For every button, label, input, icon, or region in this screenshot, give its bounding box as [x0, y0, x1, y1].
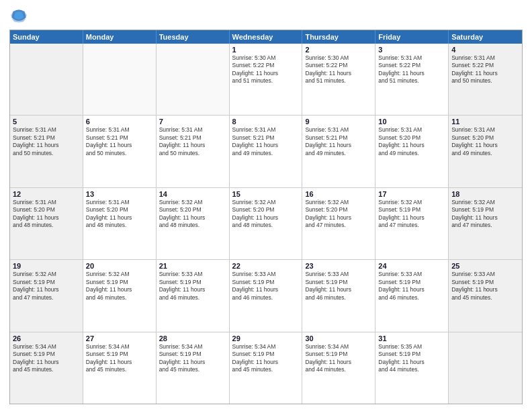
cal-cell: 28Sunrise: 5:34 AM Sunset: 5:19 PM Dayli…	[157, 332, 230, 404]
day-number: 4	[451, 46, 519, 54]
cell-info: Sunrise: 5:33 AM Sunset: 5:19 PM Dayligh…	[305, 271, 372, 302]
header-day-friday: Friday	[375, 30, 449, 44]
day-number: 7	[159, 118, 226, 126]
logo	[9, 7, 31, 26]
cal-cell: 2Sunrise: 5:30 AM Sunset: 5:22 PM Daylig…	[302, 44, 375, 115]
day-number: 21	[159, 262, 226, 270]
header	[9, 7, 523, 26]
cell-info: Sunrise: 5:32 AM Sunset: 5:19 PM Dayligh…	[86, 271, 153, 302]
cal-cell: 23Sunrise: 5:33 AM Sunset: 5:19 PM Dayli…	[302, 260, 375, 331]
day-number: 28	[159, 334, 226, 342]
day-number: 25	[451, 262, 519, 270]
day-number: 12	[13, 190, 80, 198]
cell-info: Sunrise: 5:34 AM Sunset: 5:19 PM Dayligh…	[86, 343, 153, 374]
day-number: 19	[13, 262, 80, 270]
cal-cell: 19Sunrise: 5:32 AM Sunset: 5:19 PM Dayli…	[10, 260, 83, 331]
day-number: 13	[86, 190, 153, 198]
cell-info: Sunrise: 5:30 AM Sunset: 5:22 PM Dayligh…	[305, 54, 372, 85]
week-row-1: 1Sunrise: 5:30 AM Sunset: 5:22 PM Daylig…	[10, 44, 522, 116]
week-row-2: 5Sunrise: 5:31 AM Sunset: 5:21 PM Daylig…	[10, 116, 522, 187]
cal-cell: 27Sunrise: 5:34 AM Sunset: 5:19 PM Dayli…	[83, 332, 157, 404]
day-number: 16	[305, 190, 372, 198]
cal-cell: 21Sunrise: 5:33 AM Sunset: 5:19 PM Dayli…	[157, 260, 230, 331]
cell-info: Sunrise: 5:31 AM Sunset: 5:20 PM Dayligh…	[86, 199, 153, 230]
day-number: 31	[378, 334, 445, 342]
cal-cell: 6Sunrise: 5:31 AM Sunset: 5:21 PM Daylig…	[83, 116, 157, 187]
day-number: 29	[232, 334, 300, 342]
cal-cell	[83, 44, 157, 115]
day-number: 26	[13, 334, 80, 342]
cell-info: Sunrise: 5:31 AM Sunset: 5:21 PM Dayligh…	[86, 126, 153, 157]
cal-cell: 9Sunrise: 5:31 AM Sunset: 5:21 PM Daylig…	[302, 116, 375, 187]
cell-info: Sunrise: 5:33 AM Sunset: 5:19 PM Dayligh…	[159, 271, 226, 302]
day-number: 3	[378, 46, 445, 54]
logo-icon	[9, 7, 28, 26]
day-number: 30	[305, 334, 372, 342]
header-day-sunday: Sunday	[10, 30, 83, 44]
cell-info: Sunrise: 5:34 AM Sunset: 5:19 PM Dayligh…	[159, 343, 226, 374]
cell-info: Sunrise: 5:31 AM Sunset: 5:20 PM Dayligh…	[13, 199, 80, 230]
cell-info: Sunrise: 5:31 AM Sunset: 5:20 PM Dayligh…	[378, 126, 445, 157]
page: SundayMondayTuesdayWednesdayThursdayFrid…	[0, 0, 532, 411]
cal-cell: 17Sunrise: 5:32 AM Sunset: 5:19 PM Dayli…	[375, 188, 449, 259]
calendar-body: 1Sunrise: 5:30 AM Sunset: 5:22 PM Daylig…	[10, 44, 522, 404]
header-day-saturday: Saturday	[449, 30, 522, 44]
cell-info: Sunrise: 5:32 AM Sunset: 5:19 PM Dayligh…	[451, 199, 519, 230]
calendar: SundayMondayTuesdayWednesdayThursdayFrid…	[9, 30, 523, 404]
cell-info: Sunrise: 5:31 AM Sunset: 5:21 PM Dayligh…	[13, 126, 80, 157]
header-day-monday: Monday	[83, 30, 157, 44]
cal-cell: 31Sunrise: 5:35 AM Sunset: 5:19 PM Dayli…	[375, 332, 449, 404]
day-number: 27	[86, 334, 153, 342]
cell-info: Sunrise: 5:34 AM Sunset: 5:19 PM Dayligh…	[305, 343, 372, 374]
day-number: 2	[305, 46, 372, 54]
cal-cell: 10Sunrise: 5:31 AM Sunset: 5:20 PM Dayli…	[375, 116, 449, 187]
cal-cell: 14Sunrise: 5:32 AM Sunset: 5:20 PM Dayli…	[157, 188, 230, 259]
cal-cell: 3Sunrise: 5:31 AM Sunset: 5:22 PM Daylig…	[375, 44, 449, 115]
cal-cell: 13Sunrise: 5:31 AM Sunset: 5:20 PM Dayli…	[83, 188, 157, 259]
cell-info: Sunrise: 5:31 AM Sunset: 5:21 PM Dayligh…	[159, 126, 226, 157]
day-number: 14	[159, 190, 226, 198]
day-number: 23	[305, 262, 372, 270]
cal-cell: 12Sunrise: 5:31 AM Sunset: 5:20 PM Dayli…	[10, 188, 83, 259]
day-number: 15	[232, 190, 300, 198]
day-number: 24	[378, 262, 445, 270]
cell-info: Sunrise: 5:30 AM Sunset: 5:22 PM Dayligh…	[232, 54, 300, 85]
day-number: 9	[305, 118, 372, 126]
cell-info: Sunrise: 5:33 AM Sunset: 5:19 PM Dayligh…	[451, 271, 519, 302]
week-row-4: 19Sunrise: 5:32 AM Sunset: 5:19 PM Dayli…	[10, 260, 522, 332]
cell-info: Sunrise: 5:33 AM Sunset: 5:19 PM Dayligh…	[378, 271, 445, 302]
cell-info: Sunrise: 5:32 AM Sunset: 5:19 PM Dayligh…	[13, 271, 80, 302]
week-row-3: 12Sunrise: 5:31 AM Sunset: 5:20 PM Dayli…	[10, 188, 522, 260]
cal-cell: 4Sunrise: 5:31 AM Sunset: 5:22 PM Daylig…	[449, 44, 522, 115]
cal-cell: 8Sunrise: 5:31 AM Sunset: 5:21 PM Daylig…	[230, 116, 303, 187]
header-day-wednesday: Wednesday	[230, 30, 303, 44]
cell-info: Sunrise: 5:31 AM Sunset: 5:21 PM Dayligh…	[305, 126, 372, 157]
header-day-tuesday: Tuesday	[157, 30, 230, 44]
cell-info: Sunrise: 5:32 AM Sunset: 5:19 PM Dayligh…	[378, 199, 445, 230]
cell-info: Sunrise: 5:32 AM Sunset: 5:20 PM Dayligh…	[305, 199, 372, 230]
cell-info: Sunrise: 5:31 AM Sunset: 5:22 PM Dayligh…	[451, 54, 519, 85]
cal-cell: 22Sunrise: 5:33 AM Sunset: 5:19 PM Dayli…	[230, 260, 303, 331]
day-number: 17	[378, 190, 445, 198]
cal-cell	[157, 44, 230, 115]
header-day-thursday: Thursday	[302, 30, 375, 44]
cell-info: Sunrise: 5:31 AM Sunset: 5:20 PM Dayligh…	[451, 126, 519, 157]
day-number: 10	[378, 118, 445, 126]
cal-cell: 18Sunrise: 5:32 AM Sunset: 5:19 PM Dayli…	[449, 188, 522, 259]
day-number: 5	[13, 118, 80, 126]
cal-cell: 16Sunrise: 5:32 AM Sunset: 5:20 PM Dayli…	[302, 188, 375, 259]
cal-cell: 15Sunrise: 5:32 AM Sunset: 5:20 PM Dayli…	[230, 188, 303, 259]
day-number: 22	[232, 262, 300, 270]
cal-cell: 26Sunrise: 5:34 AM Sunset: 5:19 PM Dayli…	[10, 332, 83, 404]
cal-cell: 7Sunrise: 5:31 AM Sunset: 5:21 PM Daylig…	[157, 116, 230, 187]
cal-cell	[10, 44, 83, 115]
cal-cell	[449, 332, 522, 404]
calendar-header: SundayMondayTuesdayWednesdayThursdayFrid…	[10, 30, 522, 44]
cell-info: Sunrise: 5:32 AM Sunset: 5:20 PM Dayligh…	[232, 199, 300, 230]
cell-info: Sunrise: 5:32 AM Sunset: 5:20 PM Dayligh…	[159, 199, 226, 230]
cal-cell: 20Sunrise: 5:32 AM Sunset: 5:19 PM Dayli…	[83, 260, 157, 331]
day-number: 20	[86, 262, 153, 270]
cal-cell: 5Sunrise: 5:31 AM Sunset: 5:21 PM Daylig…	[10, 116, 83, 187]
cell-info: Sunrise: 5:35 AM Sunset: 5:19 PM Dayligh…	[378, 343, 445, 374]
week-row-5: 26Sunrise: 5:34 AM Sunset: 5:19 PM Dayli…	[10, 332, 522, 404]
